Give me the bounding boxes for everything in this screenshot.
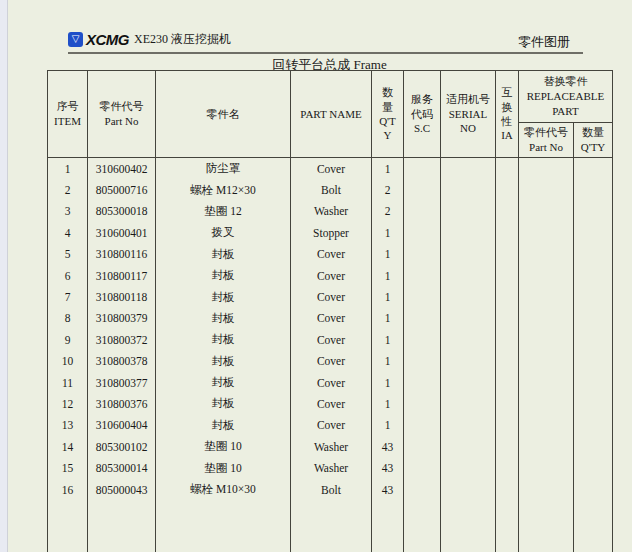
table-row: 2805000716螺栓 M12×30Bolt2 [48,179,613,200]
cell-serial [441,329,496,350]
cell-part_no: 310800377 [88,372,156,393]
window-left-edge [0,0,8,552]
cell-ia [496,265,519,286]
cell-item: 7 [48,286,88,307]
model-title: XE230 液压挖掘机 [134,31,231,48]
cell-sc [404,222,441,243]
cell-serial [441,308,496,329]
cell-serial [441,201,496,222]
col-header-part-no: 零件代号 Part No [88,71,156,158]
cell-part_no: 805000043 [88,479,156,500]
cell-name_cn: 垫圈 12 [156,201,291,222]
cell-ia [496,201,519,222]
cell-r_qty [574,372,613,393]
cell-ia [496,329,519,350]
cell-name_en: Cover [291,308,372,329]
cell-item: 9 [48,329,88,350]
cell-name_cn: 封板 [156,329,291,350]
cell-sc [404,457,441,478]
cell-part_no: 310800118 [88,286,156,307]
cell-qty: 1 [372,372,404,393]
cell-qty: 1 [372,244,404,265]
cell-serial [441,158,496,180]
cell-part_no: 805300014 [88,457,156,478]
cell-r_qty [574,436,613,457]
cell-r_qty [574,286,613,307]
col-header-replace-part-no: 零件代号 Part No [519,123,574,158]
cell-sc [404,201,441,222]
cell-ia [496,479,519,500]
brand-header: ▽ XCMG XE230 液压挖掘机 [68,30,231,48]
cell-name_en: Cover [291,286,372,307]
cell-sc [404,479,441,500]
cell-serial [441,179,496,200]
table-row: 5310800116封板Cover1 [48,244,613,265]
cell-qty: 2 [372,179,404,200]
col-header-service-code: 服务 代码 S.C [404,71,441,158]
cell-ia [496,372,519,393]
cell-serial [441,479,496,500]
cell-r_part_no [519,479,574,500]
cell-empty [519,500,574,552]
table-row: 4310600401拨叉Stopper1 [48,222,613,243]
cell-name_en: Washer [291,457,372,478]
cell-name_cn: 螺栓 M10×30 [156,479,291,500]
cell-name_cn: 封板 [156,286,291,307]
cell-name_en: Cover [291,415,372,436]
cell-qty: 1 [372,222,404,243]
table-row: 10310800378封板Cover1 [48,351,613,372]
table-row: 8310800379封板Cover1 [48,308,613,329]
table-row: 16805000043螺栓 M10×30Bolt43 [48,479,613,500]
cell-name_en: Washer [291,201,372,222]
cell-ia [496,351,519,372]
cell-sc [404,329,441,350]
table-row: 13310600404封板Cover1 [48,415,613,436]
cell-r_qty [574,479,613,500]
cell-serial [441,265,496,286]
cell-r_part_no [519,201,574,222]
cell-name_cn: 垫圈 10 [156,436,291,457]
cell-item: 4 [48,222,88,243]
cell-empty [372,500,404,552]
cell-item: 12 [48,393,88,414]
cell-serial [441,222,496,243]
cell-name_en: Cover [291,244,372,265]
cell-name_cn: 封板 [156,265,291,286]
col-header-name-en: PART NAME [291,71,372,158]
cell-qty: 43 [372,436,404,457]
cell-name_cn: 防尘罩 [156,158,291,180]
cell-part_no: 310600401 [88,222,156,243]
col-header-replace-qty: 数量 Q'TY [574,123,613,158]
table-row: 11310800377封板Cover1 [48,372,613,393]
cell-sc [404,372,441,393]
cell-ia [496,244,519,265]
cell-part_no: 310800379 [88,308,156,329]
cell-serial [441,457,496,478]
cell-name_cn: 封板 [156,308,291,329]
cell-serial [441,286,496,307]
cell-item: 14 [48,436,88,457]
table-row: 7310800118封板Cover1 [48,286,613,307]
col-header-name-cn: 零件名 [156,71,291,158]
cell-item: 16 [48,479,88,500]
cell-name_en: Stopper [291,222,372,243]
cell-serial [441,415,496,436]
cell-part_no: 805300102 [88,436,156,457]
cell-item: 2 [48,179,88,200]
cell-name_en: Washer [291,436,372,457]
cell-item: 10 [48,351,88,372]
cell-name_cn: 封板 [156,244,291,265]
cell-qty: 1 [372,286,404,307]
cell-part_no: 310800372 [88,329,156,350]
cell-name_cn: 拨叉 [156,222,291,243]
table-row: 3805300018垫圈 12Washer2 [48,201,613,222]
cell-r_qty [574,158,613,180]
cell-empty [574,500,613,552]
cell-r_part_no [519,393,574,414]
header-divider [68,52,583,54]
cell-empty [291,500,372,552]
cell-sc [404,158,441,180]
cell-r_qty [574,201,613,222]
cell-name_cn: 封板 [156,393,291,414]
table-row: 6310800117封板Cover1 [48,265,613,286]
